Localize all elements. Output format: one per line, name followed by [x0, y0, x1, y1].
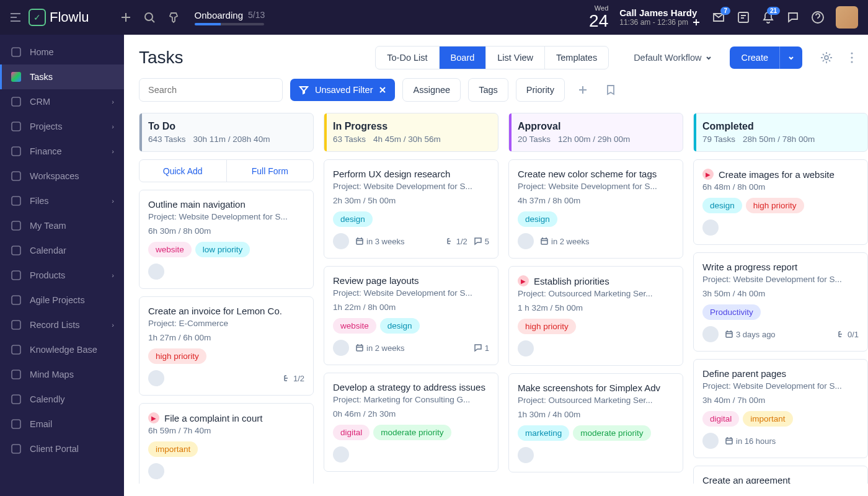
- svg-rect-25: [541, 239, 547, 244]
- sidebar-item-calendly[interactable]: Calendly: [0, 387, 124, 412]
- sidebar-item-record-lists[interactable]: Record Lists›: [0, 312, 124, 337]
- svg-rect-8: [12, 197, 20, 205]
- assignee-avatar[interactable]: [333, 446, 349, 463]
- sidebar-item-calendar[interactable]: Calendar: [0, 238, 124, 263]
- sidebar-item-email[interactable]: Email: [0, 412, 124, 436]
- sidebar-item-crm[interactable]: CRM›: [0, 89, 124, 114]
- task-card[interactable]: ▶Establish prioritiesProject: Outsourced…: [508, 266, 683, 366]
- bookmark-icon[interactable]: [601, 79, 621, 100]
- tag[interactable]: design: [702, 198, 742, 213]
- assignee-avatar[interactable]: [702, 326, 719, 342]
- close-icon[interactable]: [379, 86, 386, 94]
- task-card[interactable]: Outline main navigationProject: Website …: [139, 190, 314, 289]
- sidebar-item-finance[interactable]: Finance›: [0, 139, 124, 164]
- assignee-avatar[interactable]: [333, 233, 349, 249]
- sidebar-item-projects[interactable]: Projects›: [0, 114, 124, 139]
- tag[interactable]: moderate priority: [373, 425, 451, 440]
- sidebar-item-mind-maps[interactable]: Mind Maps: [0, 362, 124, 387]
- task-card[interactable]: Create an agreement: [693, 466, 868, 484]
- view-tab-board[interactable]: Board: [440, 46, 487, 69]
- task-card[interactable]: Define parent pagesProject: Website Deve…: [693, 359, 868, 458]
- tag[interactable]: marketing: [518, 425, 569, 441]
- add-icon[interactable]: [120, 12, 131, 23]
- task-card[interactable]: Create new color scheme for tagsProject:…: [508, 159, 683, 259]
- assignee-avatar[interactable]: [518, 340, 534, 356]
- full-form-button[interactable]: Full Form: [227, 160, 314, 182]
- sidebar-item-workspaces[interactable]: Workspaces: [0, 164, 124, 188]
- assignee-avatar[interactable]: [518, 447, 534, 463]
- card-title: Review page layouts: [333, 275, 489, 286]
- tag[interactable]: digital: [702, 411, 739, 427]
- help-icon[interactable]: [811, 11, 825, 24]
- tag[interactable]: important: [743, 411, 792, 427]
- active-filter-chip[interactable]: Unsaved Filter: [290, 79, 395, 101]
- assignee-avatar[interactable]: [518, 233, 534, 249]
- tag[interactable]: high priority: [148, 348, 206, 364]
- more-icon[interactable]: [851, 52, 853, 63]
- create-dropdown[interactable]: [779, 46, 802, 69]
- chat-icon[interactable]: [786, 11, 800, 24]
- menu-toggle-icon[interactable]: [10, 13, 21, 22]
- workflow-select[interactable]: Default Workflow: [634, 53, 712, 63]
- tag[interactable]: Productivity: [702, 304, 761, 320]
- sidebar-item-knowledge-base[interactable]: Knowledge Base: [0, 337, 124, 362]
- card-time: 2h 30m / 5h 00m: [333, 196, 489, 205]
- tag[interactable]: design: [518, 211, 557, 227]
- date-widget[interactable]: Wed 24: [589, 4, 608, 31]
- sidebar-item-files[interactable]: Files›: [0, 188, 124, 213]
- assignee-avatar[interactable]: [148, 463, 164, 479]
- inbox-icon[interactable]: 7: [712, 11, 725, 24]
- search-icon[interactable]: [144, 12, 155, 23]
- task-card[interactable]: ▶File a complaint in court6h 59m / 7h 40…: [139, 403, 314, 484]
- search-input[interactable]: [139, 78, 283, 102]
- logo[interactable]: ✓ Flowlu: [29, 9, 89, 26]
- quick-add-button[interactable]: Quick Add: [140, 160, 227, 182]
- view-tab-to-do-list[interactable]: To-Do List: [376, 46, 439, 69]
- assignee-avatar[interactable]: [148, 264, 164, 280]
- sidebar-icon: [10, 269, 22, 281]
- tag[interactable]: high priority: [746, 198, 804, 213]
- task-card[interactable]: Review page layoutsProject: Website Deve…: [324, 266, 498, 365]
- assignee-avatar[interactable]: [333, 340, 349, 356]
- onboarding-widget[interactable]: Onboarding 5/13: [195, 10, 265, 25]
- tag[interactable]: low priority: [195, 242, 250, 257]
- task-card[interactable]: ▶Create images for a website6h 48m / 8h …: [693, 159, 868, 245]
- add-filter-icon[interactable]: [572, 79, 593, 100]
- tag[interactable]: design: [333, 211, 373, 227]
- task-card[interactable]: Make screenshots for Simplex AdvProject:…: [508, 373, 683, 472]
- task-card[interactable]: Write a progress reportProject: Website …: [693, 252, 868, 352]
- task-card[interactable]: Perform UX design researchProject: Websi…: [324, 159, 498, 259]
- view-tab-templates[interactable]: Templates: [545, 46, 608, 69]
- tag[interactable]: digital: [333, 425, 370, 440]
- filter-priority[interactable]: Priority: [516, 78, 565, 102]
- tag[interactable]: design: [380, 318, 420, 334]
- subtask-count: 0/1: [836, 330, 859, 339]
- add-event-icon[interactable]: [692, 18, 701, 27]
- view-tab-list-view[interactable]: List View: [486, 46, 545, 69]
- assignee-avatar[interactable]: [702, 433, 719, 449]
- filter-assignee[interactable]: Assignee: [402, 78, 461, 102]
- sidebar-item-tasks[interactable]: Tasks: [0, 64, 124, 89]
- create-button[interactable]: Create: [730, 46, 779, 69]
- assignee-avatar[interactable]: [702, 219, 719, 236]
- sidebar-item-products[interactable]: Products›: [0, 263, 124, 288]
- tag[interactable]: important: [148, 441, 198, 457]
- notes-icon[interactable]: [737, 11, 750, 24]
- settings-icon[interactable]: [820, 51, 833, 64]
- task-card[interactable]: Create an invoice for Lemon Co.Project: …: [139, 296, 314, 396]
- sidebar-item-my-team[interactable]: My Team: [0, 213, 124, 238]
- task-card[interactable]: Develop a strategy to address issuesProj…: [324, 373, 498, 472]
- next-event[interactable]: Call James Hardy 11:36 am - 12:36 pm: [619, 7, 701, 27]
- tag[interactable]: website: [333, 318, 376, 334]
- sidebar-item-agile-projects[interactable]: Agile Projects: [0, 288, 124, 312]
- tag[interactable]: website: [148, 242, 192, 257]
- sidebar-item-client-portal[interactable]: Client Portal: [0, 436, 124, 461]
- assignee-avatar[interactable]: [148, 370, 164, 386]
- tag[interactable]: moderate priority: [573, 425, 650, 441]
- tag[interactable]: high priority: [518, 319, 576, 334]
- bell-icon[interactable]: 21: [761, 11, 775, 24]
- pin-icon[interactable]: [167, 11, 180, 24]
- sidebar-item-home[interactable]: Home: [0, 40, 124, 64]
- user-avatar[interactable]: [836, 6, 858, 29]
- filter-tags[interactable]: Tags: [468, 78, 508, 102]
